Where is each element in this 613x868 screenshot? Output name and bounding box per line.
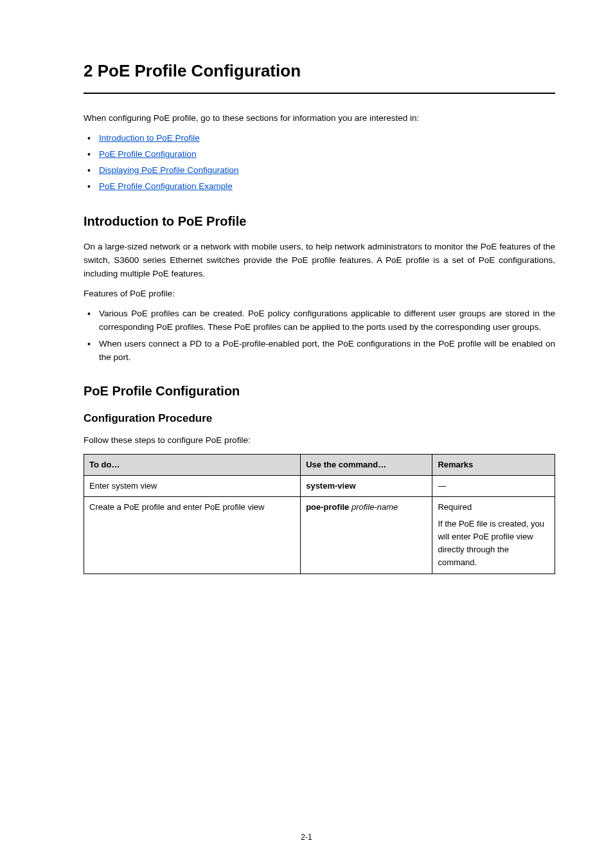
chapter-title: 2 PoE Profile Configuration [84, 58, 555, 84]
chapter-rule [84, 93, 555, 94]
section-config-heading: PoE Profile Configuration [84, 381, 555, 401]
features-list: Various PoE profiles can be created. PoE… [84, 307, 555, 365]
table-header-todo: To do… [84, 454, 301, 475]
cell-command: poe-profile profile-name [301, 496, 432, 574]
cell-remarks: — [432, 475, 555, 496]
toc-link-intro[interactable]: Introduction to PoE Profile [99, 133, 200, 143]
list-item: PoE Profile Configuration [84, 148, 555, 161]
cell-todo: Enter system view [84, 475, 301, 496]
table-header-command: Use the command… [301, 454, 432, 475]
section-intro-heading: Introduction to PoE Profile [84, 212, 555, 231]
subsection-procedure-heading: Configuration Procedure [84, 410, 555, 427]
features-lead: Features of PoE profile: [84, 287, 555, 301]
table-row: Create a PoE profile and enter PoE profi… [84, 496, 555, 574]
list-item: Various PoE profiles can be created. PoE… [84, 307, 555, 334]
intro-paragraph: When configuring PoE profile, go to thes… [84, 112, 555, 125]
cell-todo: Create a PoE profile and enter PoE profi… [84, 496, 301, 574]
table-row: Enter system view system-view — [84, 475, 555, 496]
remarks-required: Required [438, 501, 549, 514]
page-number: 2-1 [0, 831, 613, 844]
table-header-remarks: Remarks [432, 454, 555, 475]
toc-link-display[interactable]: Displaying PoE Profile Configuration [99, 165, 239, 175]
toc-link-config[interactable]: PoE Profile Configuration [99, 149, 197, 159]
list-item: PoE Profile Configuration Example [84, 180, 555, 194]
remarks-body: If the PoE file is created, you will ent… [438, 518, 549, 570]
toc-link-example[interactable]: PoE Profile Configuration Example [99, 181, 233, 191]
list-item: When users connect a PD to a PoE-profile… [84, 338, 555, 365]
list-item: Displaying PoE Profile Configuration [84, 164, 555, 177]
command-keyword: poe-profile [306, 502, 351, 512]
cell-remarks: Required If the PoE file is created, you… [432, 496, 555, 574]
config-table: To do… Use the command… Remarks Enter sy… [84, 454, 555, 574]
toc-link-list: Introduction to PoE Profile PoE Profile … [84, 132, 555, 194]
cell-command: system-view [301, 475, 432, 496]
section-intro-body: On a large-sized network or a network wi… [84, 240, 555, 281]
list-item: Introduction to PoE Profile [84, 132, 555, 145]
procedure-lead: Follow these steps to configure PoE prof… [84, 434, 555, 448]
command-argument: profile-name [351, 502, 398, 512]
